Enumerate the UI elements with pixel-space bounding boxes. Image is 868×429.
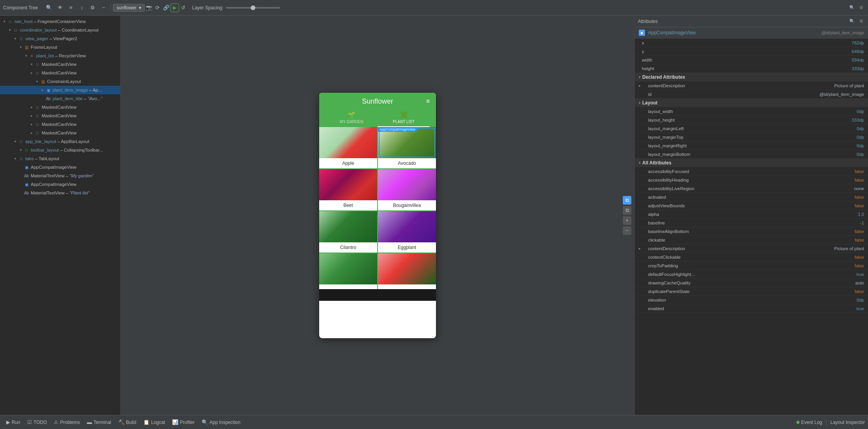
attr-name-content-desc-declared: contentDescription: [645, 83, 834, 88]
copy-icon[interactable]: ⧉: [623, 196, 631, 205]
attr-name-enabled: enabled: [645, 306, 856, 311]
expand-content-desc[interactable]: ▸: [639, 83, 643, 88]
attr-panel-search-icon[interactable]: 🔍: [849, 18, 856, 25]
filter-icon[interactable]: ≡: [426, 98, 430, 105]
plant-name-g1: [319, 284, 377, 289]
tree-node-coordinator[interactable]: ▾ □ coordinator_layout – CoordinatorLayo…: [0, 26, 120, 34]
toggle-viewpager[interactable]: ▾: [12, 36, 18, 41]
attr-value-baseline-align-bottom: false: [855, 229, 864, 234]
plant-card-cilantro[interactable]: Cilantro: [319, 211, 377, 252]
attr-row-adjust-view: adjustViewBounds false: [635, 201, 868, 210]
section-all-attrs[interactable]: ▾ All Attributes: [635, 159, 868, 167]
section-layout[interactable]: ▾ Layout: [635, 99, 868, 107]
run-button[interactable]: ▶ Run: [3, 418, 23, 426]
attr-row-layout-height: layout_height 333dp: [635, 116, 868, 124]
toggle-framelayout[interactable]: ▾: [18, 44, 23, 50]
copy-btn[interactable]: ⧉: [623, 206, 631, 215]
plant-card-bougainvillea[interactable]: Bougainvillea: [378, 169, 436, 210]
attr-search-icon[interactable]: 🔍: [849, 4, 856, 11]
refresh-icon[interactable]: ↺: [179, 4, 188, 12]
attributes-panel-header: Attributes 🔍 ⚙: [635, 16, 868, 27]
plant-list-tab-icon: 🌿: [400, 111, 408, 118]
tree-node-maskedcard3[interactable]: ▸ □ MaskedCardView: [0, 103, 120, 111]
logcat-button[interactable]: 📋 Logcat: [140, 418, 168, 426]
tree-node-plant-item-image[interactable]: ▸ ▣ plant_item_image – Ap...: [0, 86, 120, 94]
toggle-maskedcard1[interactable]: ▾: [29, 62, 34, 67]
tree-node-framelayout[interactable]: ▾ ▥ FrameLayout: [0, 43, 120, 51]
attr-settings-icon[interactable]: ⚙: [858, 4, 865, 11]
tree-node-plant-item-title[interactable]: ▸ Ab plant_item_title – "Avo...": [0, 94, 120, 103]
tree-node-constraintlayout[interactable]: ▾ ▥ ConstraintLayout: [0, 77, 120, 86]
separator-1: [110, 4, 111, 12]
tree-node-plant-list[interactable]: ▾ ≡ plant_list – RecyclerView: [0, 51, 120, 60]
chevron-down-icon: ▾: [139, 5, 141, 11]
close-icon[interactable]: −: [99, 4, 108, 12]
tree-node-compat-img1[interactable]: ▸ ▣ AppCompatImageView: [0, 163, 120, 171]
link-icon[interactable]: 🔗: [162, 4, 170, 12]
plant-card-g1[interactable]: [319, 253, 377, 289]
terminal-button[interactable]: ▬ Terminal: [84, 418, 114, 426]
plant-card-avocado[interactable]: AppCompatImageView Avocado: [378, 127, 436, 168]
toggle-appbar[interactable]: ▾: [12, 139, 18, 144]
toggle-maskedcard6[interactable]: ▸: [29, 130, 34, 136]
settings-icon[interactable]: ⚙: [88, 4, 97, 12]
app-inspection-button[interactable]: 🔍 App Inspection: [199, 418, 243, 426]
tree-node-maskedcard2[interactable]: ▸ □ MaskedCardView: [0, 69, 120, 77]
attr-value-default-focus: true: [856, 272, 864, 277]
tree-node-toolbar[interactable]: ▾ □ toolbar_layout – CollapsingToolbar..…: [0, 146, 120, 154]
plant-card-eggplant[interactable]: Eggplant: [378, 211, 436, 252]
zoom-in-btn[interactable]: +: [623, 216, 631, 225]
attr-panel-settings-icon[interactable]: ⚙: [858, 18, 865, 25]
rotate-icon[interactable]: ⟳: [153, 4, 162, 12]
toggle-nav-host[interactable]: ▾: [2, 19, 7, 24]
tree-node-material-text1[interactable]: ▸ Ab MaterialTextView – "My garden": [0, 171, 120, 180]
maskedcard2-label: MaskedCardView: [42, 71, 77, 75]
plant-card-beet[interactable]: Beet: [319, 169, 377, 210]
attributes-panel-title: Attributes: [638, 19, 846, 24]
toggle-coordinator[interactable]: ▾: [7, 27, 12, 33]
problems-button[interactable]: ⚠ Problems: [51, 418, 83, 426]
plant-name-eggplant: Eggplant: [378, 242, 436, 252]
tree-node-maskedcard6[interactable]: ▸ □ MaskedCardView: [0, 129, 120, 137]
zoom-out-btn[interactable]: −: [623, 226, 631, 235]
build-button[interactable]: 🔨 Build: [115, 418, 140, 426]
todo-label: TODO: [33, 420, 47, 425]
plant-card-apple[interactable]: Apple: [319, 127, 377, 168]
toggle-constraintlayout[interactable]: ▾: [34, 79, 40, 84]
plant-name-beet: Beet: [319, 200, 377, 210]
layer-spacing-slider[interactable]: [226, 7, 280, 9]
section-declared-attrs[interactable]: ▾ Declared Attributes: [635, 73, 868, 81]
plant-card-g2[interactable]: [378, 253, 436, 289]
toggle-maskedcard5[interactable]: ▸: [29, 122, 34, 127]
toggle-maskedcard3[interactable]: ▸: [29, 104, 34, 110]
tab-plant-list[interactable]: 🌿 PLANT LIST: [378, 109, 430, 127]
toggle-toolbar[interactable]: ▾: [18, 147, 23, 153]
profiler-button[interactable]: 📊 Profiler: [169, 418, 198, 426]
tree-node-material-text2[interactable]: ▸ Ab MaterialTextView – "Plant list": [0, 189, 120, 197]
tree-node-tabs[interactable]: ▾ □ tabs – TabLayout: [0, 154, 120, 163]
eye-icon[interactable]: 👁: [56, 4, 64, 12]
toggle-maskedcard4[interactable]: ▸: [29, 113, 34, 118]
tree-node-appbar[interactable]: ▾ □ app_bar_layout – AppBarLayout: [0, 137, 120, 146]
maskedcard3-label: MaskedCardView: [42, 105, 77, 109]
toggle-plant-item-image[interactable]: ▸: [40, 87, 45, 93]
search-icon[interactable]: 🔍: [45, 4, 53, 12]
list-icon[interactable]: ≡: [67, 4, 75, 12]
tree-node-maskedcard1[interactable]: ▾ □ MaskedCardView: [0, 60, 120, 69]
tab-garden[interactable]: 🌱 MY GARDEN: [325, 109, 378, 127]
app-title: Sunflower: [362, 97, 393, 106]
tree-node-nav-host[interactable]: ▾ □ nav_host – FragmentContainerView: [0, 17, 120, 26]
toggle-tabs[interactable]: ▾: [12, 156, 18, 161]
tree-node-viewpager[interactable]: ▾ □ view_pager – ViewPager2: [0, 34, 120, 43]
record-icon[interactable]: ▶: [170, 4, 179, 12]
expand-content-desc-all[interactable]: ▸: [639, 246, 643, 251]
tree-node-compat-img2[interactable]: ▸ ▣ AppCompatImageView: [0, 180, 120, 189]
camera-icon[interactable]: 📷: [145, 4, 153, 12]
tree-node-maskedcard4[interactable]: ▸ □ MaskedCardView: [0, 111, 120, 120]
todo-button[interactable]: ☑ TODO: [24, 418, 50, 426]
device-selector[interactable]: sunflower ▾: [113, 4, 144, 12]
sort-icon[interactable]: ↕: [77, 4, 86, 12]
toggle-plant-list[interactable]: ▾: [23, 53, 29, 58]
tree-node-maskedcard5[interactable]: ▸ □ MaskedCardView: [0, 120, 120, 129]
toggle-maskedcard2[interactable]: ▸: [29, 70, 34, 76]
